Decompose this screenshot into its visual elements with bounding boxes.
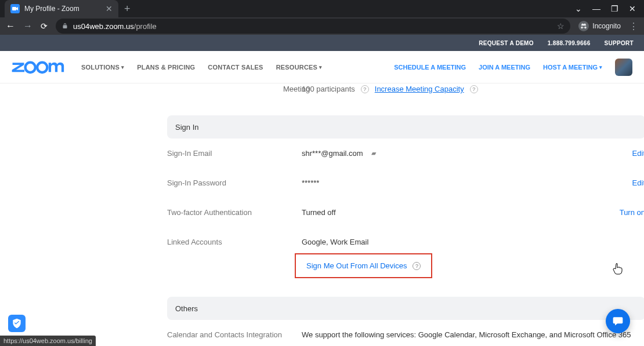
profile-content: Meeting 100 participants ? Increase Meet… [144, 83, 644, 346]
tab-close-icon[interactable]: ✕ [106, 4, 113, 13]
security-shield-badge[interactable] [8, 315, 26, 332]
minimize-icon[interactable]: ― [592, 4, 600, 13]
linked-label: Linked Accounts [167, 238, 302, 246]
signin-password-value: ****** [302, 179, 632, 187]
chevron-down-icon[interactable]: ⌄ [575, 4, 582, 13]
browser-menu-icon[interactable]: ⋮ [629, 21, 638, 32]
section-others: Others [167, 297, 644, 320]
section-signin: Sign In [167, 115, 644, 139]
signin-email-label: Sign-In Email [167, 149, 302, 158]
increase-capacity-link[interactable]: Increase Meeting Capacity [375, 85, 464, 93]
request-demo-link[interactable]: REQUEST A DEMO [479, 40, 534, 46]
twofa-turnon-link[interactable]: Turn on [620, 208, 644, 217]
help-icon[interactable]: ? [361, 85, 369, 93]
tab-bar: My Profile - Zoom ✕ + ⌄ ― ❐ ✕ [0, 0, 644, 17]
zoom-logo[interactable] [12, 61, 65, 74]
phone-link[interactable]: 1.888.799.9666 [548, 40, 591, 46]
utility-bar: REQUEST A DEMO 1.888.799.9666 SUPPORT [0, 35, 644, 51]
caret-down-icon: ▾ [121, 64, 124, 70]
caret-down-icon: ▾ [599, 64, 602, 70]
nav-host[interactable]: HOST A MEETING▾ [543, 64, 602, 71]
help-icon[interactable]: ? [470, 85, 478, 93]
browser-tab[interactable]: My Profile - Zoom ✕ [5, 0, 118, 17]
twofa-value: Turned off [302, 208, 620, 217]
meeting-capacity-row: Meeting 100 participants ? Increase Meet… [167, 83, 644, 99]
signout-all-devices-box: Sign Me Out From All Devices ? [295, 253, 432, 278]
page-body: Meeting 100 participants ? Increase Meet… [0, 83, 644, 346]
twofa-row: Two-factor Authentication Turned off Tur… [167, 198, 644, 227]
forward-button[interactable]: → [23, 21, 32, 31]
chat-fab[interactable] [606, 309, 630, 333]
bookmark-star-icon[interactable]: ☆ [557, 21, 565, 31]
help-icon[interactable]: ? [413, 262, 421, 270]
nav-resources[interactable]: RESOURCES▾ [276, 64, 323, 71]
svg-point-1 [37, 62, 47, 72]
avatar[interactable] [615, 59, 632, 76]
support-link[interactable]: SUPPORT [605, 40, 634, 46]
url-field[interactable]: us04web.zoom.us/profile ☆ [56, 19, 570, 34]
signin-email-value: shr***@gmail.com [302, 149, 363, 158]
close-window-icon[interactable]: ✕ [629, 4, 636, 13]
lock-icon [61, 23, 68, 30]
new-tab-button[interactable]: + [124, 3, 131, 15]
meeting-label: Meeting [167, 85, 302, 93]
maximize-icon[interactable]: ❐ [611, 4, 618, 13]
address-bar: ← → ⟳ us04web.zoom.us/profile ☆ Incognit… [0, 17, 644, 35]
linked-value: Google, Work Email [302, 238, 644, 246]
edit-email-link[interactable]: Edit [632, 149, 644, 158]
incognito-indicator[interactable]: Incognito [578, 21, 621, 31]
nav-right: SCHEDULE A MEETING JOIN A MEETING HOST A… [394, 59, 632, 76]
nav-contact[interactable]: CONTACT SALES [208, 64, 263, 71]
main-nav: SOLUTIONS▾ PLANS & PRICING CONTACT SALES… [0, 51, 644, 83]
incognito-icon [578, 21, 589, 31]
url-text: us04web.zoom.us/profile [73, 22, 157, 31]
signin-email-row: Sign-In Email shr***@gmail.com ▰ Edit [167, 139, 644, 168]
zoom-favicon [10, 4, 20, 13]
calendar-label: Calendar and Contacts Integration [167, 330, 302, 339]
nav-schedule[interactable]: SCHEDULE A MEETING [394, 64, 466, 71]
svg-point-0 [26, 62, 35, 72]
incognito-label: Incognito [592, 22, 621, 30]
signin-password-row: Sign-In Password ****** Edit [167, 168, 644, 198]
nav-plans[interactable]: PLANS & PRICING [137, 64, 195, 71]
browser-chrome: My Profile - Zoom ✕ + ⌄ ― ❐ ✕ ← → ⟳ us04… [0, 0, 644, 35]
twofa-label: Two-factor Authentication [167, 208, 302, 217]
signout-all-devices-link[interactable]: Sign Me Out From All Devices [306, 261, 407, 270]
back-button[interactable]: ← [6, 21, 15, 31]
calendar-desc: We support the following services: Googl… [302, 330, 644, 339]
caret-down-icon: ▾ [319, 64, 322, 70]
tab-title: My Profile - Zoom [24, 5, 101, 13]
participants-value: 100 participants [302, 85, 355, 93]
linked-accounts-row: Linked Accounts Google, Work Email [167, 227, 644, 251]
edit-password-link[interactable]: Edit [632, 179, 644, 187]
signin-password-label: Sign-In Password [167, 179, 302, 187]
hover-url-tooltip: https://us04web.zoom.us/billing [0, 336, 96, 346]
reload-button[interactable]: ⟳ [41, 21, 48, 31]
nav-left: SOLUTIONS▾ PLANS & PRICING CONTACT SALES… [81, 64, 322, 71]
left-rail [0, 83, 144, 346]
badge-icon: ▰ [371, 150, 376, 157]
nav-join[interactable]: JOIN A MEETING [479, 64, 530, 71]
window-controls: ⌄ ― ❐ ✕ [567, 0, 644, 17]
nav-solutions[interactable]: SOLUTIONS▾ [81, 64, 124, 71]
calendar-integration-row: Calendar and Contacts Integration We sup… [167, 320, 644, 339]
